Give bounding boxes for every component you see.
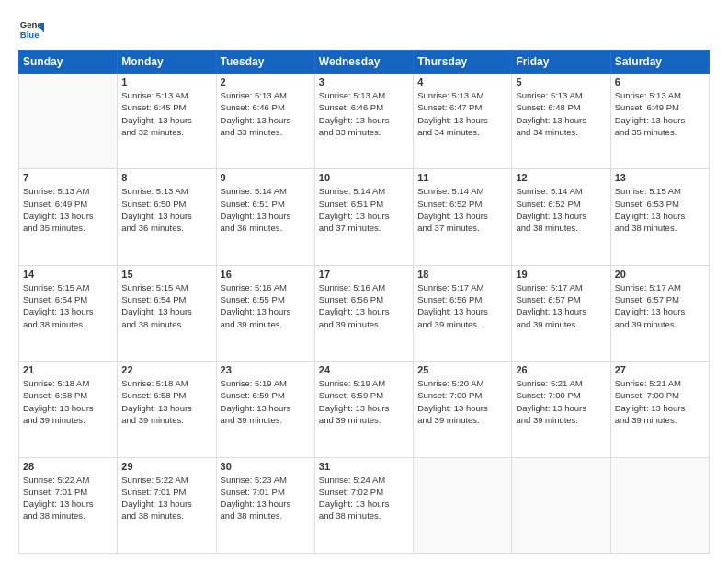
calendar-cell: 25Sunrise: 5:20 AMSunset: 7:00 PMDayligh… [414, 362, 512, 457]
calendar-cell [610, 457, 709, 553]
calendar-cell: 15Sunrise: 5:15 AMSunset: 6:54 PMDayligh… [118, 265, 216, 361]
day-number: 12 [516, 172, 606, 183]
day-number: 5 [516, 76, 606, 87]
calendar-cell [414, 457, 512, 553]
calendar-cell: 5Sunrise: 5:13 AMSunset: 6:48 PMDaylight… [512, 74, 610, 169]
cell-info: Sunrise: 5:22 AMSunset: 7:01 PMDaylight:… [121, 474, 211, 523]
calendar-cell: 28Sunrise: 5:22 AMSunset: 7:01 PMDayligh… [19, 457, 118, 553]
day-number: 16 [221, 269, 311, 280]
cell-info: Sunrise: 5:13 AMSunset: 6:50 PMDaylight:… [121, 185, 211, 234]
cell-info: Sunrise: 5:13 AMSunset: 6:49 PMDaylight:… [615, 89, 705, 138]
weekday-header-wednesday: Wednesday [314, 51, 413, 74]
calendar-cell: 27Sunrise: 5:21 AMSunset: 7:00 PMDayligh… [610, 362, 709, 457]
calendar-cell: 30Sunrise: 5:23 AMSunset: 7:01 PMDayligh… [216, 457, 314, 553]
calendar-cell: 6Sunrise: 5:13 AMSunset: 6:49 PMDaylight… [610, 74, 709, 169]
day-number: 31 [319, 461, 409, 472]
calendar-cell: 9Sunrise: 5:14 AMSunset: 6:51 PMDaylight… [216, 169, 314, 265]
day-number: 30 [221, 461, 311, 472]
calendar-cell: 10Sunrise: 5:14 AMSunset: 6:51 PMDayligh… [314, 169, 413, 265]
day-number: 26 [516, 364, 606, 375]
calendar-cell: 7Sunrise: 5:13 AMSunset: 6:49 PMDaylight… [19, 169, 118, 265]
calendar-cell: 16Sunrise: 5:16 AMSunset: 6:55 PMDayligh… [216, 265, 314, 361]
cell-info: Sunrise: 5:13 AMSunset: 6:49 PMDaylight:… [23, 185, 113, 234]
cell-info: Sunrise: 5:13 AMSunset: 6:46 PMDaylight:… [319, 89, 409, 138]
cell-info: Sunrise: 5:17 AMSunset: 6:56 PMDaylight:… [417, 282, 507, 330]
day-number: 25 [417, 364, 507, 375]
day-number: 8 [121, 172, 211, 183]
cell-info: Sunrise: 5:14 AMSunset: 6:52 PMDaylight:… [417, 185, 507, 234]
cell-info: Sunrise: 5:13 AMSunset: 6:48 PMDaylight:… [516, 89, 606, 138]
calendar-cell: 14Sunrise: 5:15 AMSunset: 6:54 PMDayligh… [19, 265, 118, 361]
cell-info: Sunrise: 5:16 AMSunset: 6:56 PMDaylight:… [319, 282, 409, 330]
calendar-cell: 11Sunrise: 5:14 AMSunset: 6:52 PMDayligh… [414, 169, 512, 265]
weekday-header-tuesday: Tuesday [216, 51, 314, 74]
calendar-table: SundayMondayTuesdayWednesdayThursdayFrid… [18, 50, 710, 554]
cell-info: Sunrise: 5:16 AMSunset: 6:55 PMDaylight:… [221, 282, 311, 330]
cell-info: Sunrise: 5:19 AMSunset: 6:59 PMDaylight:… [221, 377, 311, 426]
cell-info: Sunrise: 5:15 AMSunset: 6:53 PMDaylight:… [615, 185, 705, 234]
cell-info: Sunrise: 5:19 AMSunset: 6:59 PMDaylight:… [319, 377, 409, 426]
cell-info: Sunrise: 5:15 AMSunset: 6:54 PMDaylight:… [121, 282, 211, 330]
cell-info: Sunrise: 5:18 AMSunset: 6:58 PMDaylight:… [121, 377, 211, 426]
logo: General Blue [18, 17, 44, 42]
cell-info: Sunrise: 5:21 AMSunset: 7:00 PMDaylight:… [615, 377, 705, 426]
calendar-cell: 8Sunrise: 5:13 AMSunset: 6:50 PMDaylight… [118, 169, 216, 265]
weekday-header-sunday: Sunday [19, 51, 118, 74]
cell-info: Sunrise: 5:24 AMSunset: 7:02 PMDaylight:… [319, 474, 409, 523]
week-row-4: 28Sunrise: 5:22 AMSunset: 7:01 PMDayligh… [19, 457, 710, 553]
calendar-cell: 1Sunrise: 5:13 AMSunset: 6:45 PMDaylight… [118, 74, 216, 169]
cell-info: Sunrise: 5:17 AMSunset: 6:57 PMDaylight:… [516, 282, 606, 330]
weekday-header-row: SundayMondayTuesdayWednesdayThursdayFrid… [19, 51, 710, 74]
weekday-header-thursday: Thursday [414, 51, 512, 74]
day-number: 20 [615, 269, 705, 280]
calendar-cell: 3Sunrise: 5:13 AMSunset: 6:46 PMDaylight… [314, 74, 413, 169]
day-number: 3 [319, 76, 409, 87]
cell-info: Sunrise: 5:13 AMSunset: 6:45 PMDaylight:… [121, 89, 211, 138]
cell-info: Sunrise: 5:21 AMSunset: 7:00 PMDaylight:… [516, 377, 606, 426]
calendar-cell: 26Sunrise: 5:21 AMSunset: 7:00 PMDayligh… [512, 362, 610, 457]
weekday-header-friday: Friday [512, 51, 610, 74]
calendar-cell: 24Sunrise: 5:19 AMSunset: 6:59 PMDayligh… [314, 362, 413, 457]
header: General Blue [18, 17, 710, 42]
cell-info: Sunrise: 5:13 AMSunset: 6:47 PMDaylight:… [417, 89, 507, 138]
day-number: 6 [615, 76, 705, 87]
cell-info: Sunrise: 5:13 AMSunset: 6:46 PMDaylight:… [221, 89, 311, 138]
calendar-cell: 23Sunrise: 5:19 AMSunset: 6:59 PMDayligh… [216, 362, 314, 457]
page: General Blue SundayMondayTuesdayWednesda… [0, 0, 728, 563]
calendar-cell: 17Sunrise: 5:16 AMSunset: 6:56 PMDayligh… [314, 265, 413, 361]
svg-text:Blue: Blue [20, 29, 40, 40]
day-number: 7 [23, 172, 113, 183]
day-number: 1 [121, 76, 211, 87]
week-row-1: 7Sunrise: 5:13 AMSunset: 6:49 PMDaylight… [19, 169, 710, 265]
calendar-cell: 12Sunrise: 5:14 AMSunset: 6:52 PMDayligh… [512, 169, 610, 265]
day-number: 13 [615, 172, 705, 183]
cell-info: Sunrise: 5:14 AMSunset: 6:52 PMDaylight:… [516, 185, 606, 234]
calendar-cell: 4Sunrise: 5:13 AMSunset: 6:47 PMDaylight… [414, 74, 512, 169]
calendar-cell: 13Sunrise: 5:15 AMSunset: 6:53 PMDayligh… [610, 169, 709, 265]
calendar-cell: 21Sunrise: 5:18 AMSunset: 6:58 PMDayligh… [19, 362, 118, 457]
calendar-cell: 19Sunrise: 5:17 AMSunset: 6:57 PMDayligh… [512, 265, 610, 361]
day-number: 10 [319, 172, 409, 183]
week-row-2: 14Sunrise: 5:15 AMSunset: 6:54 PMDayligh… [19, 265, 710, 361]
day-number: 23 [221, 364, 311, 375]
cell-info: Sunrise: 5:18 AMSunset: 6:58 PMDaylight:… [23, 377, 113, 426]
day-number: 15 [121, 269, 211, 280]
day-number: 11 [417, 172, 507, 183]
calendar-cell: 31Sunrise: 5:24 AMSunset: 7:02 PMDayligh… [314, 457, 413, 553]
calendar-cell [19, 74, 118, 169]
day-number: 14 [23, 269, 113, 280]
day-number: 17 [319, 269, 409, 280]
calendar-cell: 2Sunrise: 5:13 AMSunset: 6:46 PMDaylight… [216, 74, 314, 169]
day-number: 29 [121, 461, 211, 472]
cell-info: Sunrise: 5:17 AMSunset: 6:57 PMDaylight:… [615, 282, 705, 330]
day-number: 2 [221, 76, 311, 87]
day-number: 21 [23, 364, 113, 375]
day-number: 18 [417, 269, 507, 280]
cell-info: Sunrise: 5:15 AMSunset: 6:54 PMDaylight:… [23, 282, 113, 330]
cell-info: Sunrise: 5:14 AMSunset: 6:51 PMDaylight:… [221, 185, 311, 234]
logo-icon: General Blue [18, 17, 44, 42]
day-number: 4 [417, 76, 507, 87]
calendar-cell: 29Sunrise: 5:22 AMSunset: 7:01 PMDayligh… [118, 457, 216, 553]
calendar-cell: 22Sunrise: 5:18 AMSunset: 6:58 PMDayligh… [118, 362, 216, 457]
cell-info: Sunrise: 5:23 AMSunset: 7:01 PMDaylight:… [221, 474, 311, 523]
